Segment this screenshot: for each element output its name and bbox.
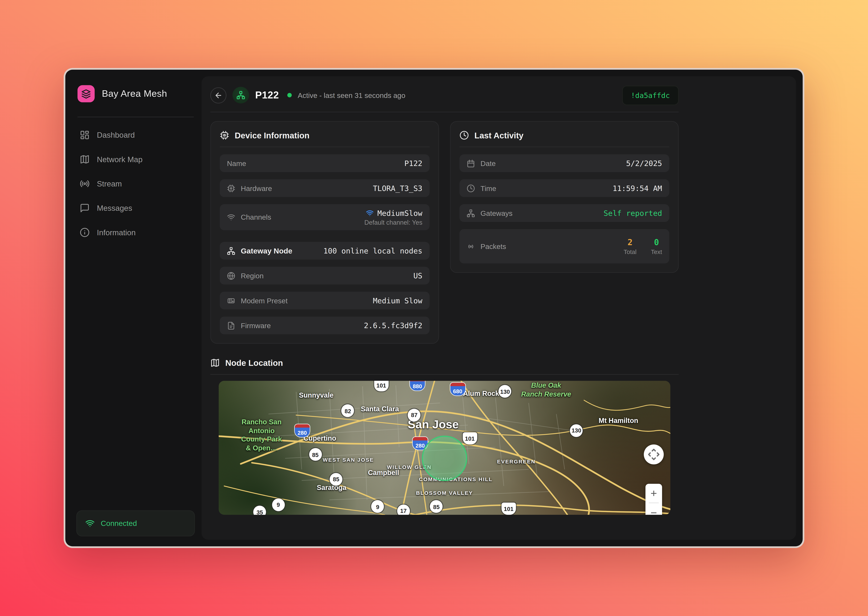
map-place-label: Sunnyvale <box>299 391 333 400</box>
hardware-label: Hardware <box>227 184 272 192</box>
road-shield-85: 85 <box>330 473 342 486</box>
modem-preset-row: Modem Preset Medium Slow <box>220 292 430 310</box>
gateways-row: Gateways Self reported <box>460 204 669 222</box>
sidebar-item-dashboard[interactable]: Dashboard <box>76 123 195 147</box>
gateways-label: Gateways <box>467 209 512 217</box>
map-district-label: BLOSSOM VALLEY <box>416 490 473 497</box>
map-place-label: Campbell <box>368 469 399 478</box>
network-node-icon <box>237 91 245 99</box>
radio-icon <box>467 242 475 250</box>
region-row: Region US <box>220 267 430 284</box>
map-place-label: Rancho San Antonio County Park & Open… <box>241 418 282 453</box>
cpu-icon <box>220 130 229 140</box>
active-status-dot <box>287 93 292 97</box>
arrow-left-icon <box>214 91 223 99</box>
packets-row: Packets 2 Total 0 Text <box>460 229 669 264</box>
road-shield-880: 880 <box>410 381 425 390</box>
sitemap-icon <box>467 209 475 217</box>
satellite-map[interactable]: SunnyvaleSanta ClaraSan JoseAlum RockBlu… <box>219 381 670 515</box>
road-shield-85: 85 <box>430 500 443 513</box>
sidebar-item-stream[interactable]: Stream <box>76 171 195 196</box>
back-button[interactable] <box>210 87 226 103</box>
sidebar-item-label: Information <box>97 228 136 237</box>
road-shield-680: 680 <box>450 382 465 395</box>
time-row: Time 11:59:54 AM <box>460 179 669 197</box>
road-shield-87: 87 <box>408 409 421 421</box>
desktop-background: Bay Area Mesh Dashboard Network Map Str <box>0 5 868 610</box>
map-district-label: EVERGREEN <box>497 459 535 465</box>
clock-icon <box>460 130 469 140</box>
node-header: P122 Active - last seen 31 seconds ago !… <box>210 85 679 105</box>
packets-text-value: 0 <box>654 237 659 247</box>
calendar-icon <box>467 159 475 167</box>
name-label: Name <box>227 159 246 167</box>
packets-total-value: 2 <box>628 237 633 247</box>
road-shield-9: 9 <box>371 500 384 513</box>
packets-total-caption: Total <box>623 248 636 255</box>
device-information-card: Device Information Name P122 Hardw <box>210 121 439 344</box>
node-status-text: Active - last seen 31 seconds ago <box>298 91 405 99</box>
road-shield-280: 280 <box>295 424 310 437</box>
node-name: P122 <box>255 89 279 101</box>
region-label: Region <box>227 272 264 280</box>
app-logo-row: Bay Area Mesh <box>76 81 195 107</box>
wifi-icon <box>85 519 95 528</box>
message-icon <box>80 203 89 213</box>
modem-preset-icon <box>227 296 235 305</box>
road-shield-101: 101 <box>502 503 516 515</box>
sidebar-item-messages[interactable]: Messages <box>76 196 195 220</box>
hardware-value: TLORA_T3_S3 <box>373 184 422 193</box>
packets-text-stat: 0 Text <box>651 237 662 255</box>
hardware-row: Hardware TLORA_T3_S3 <box>220 179 430 197</box>
road-shield-130: 130 <box>570 424 583 437</box>
map-place-label: Mt Hamilton <box>598 417 638 425</box>
card-title-text: Device Information <box>235 130 309 140</box>
sidebar-item-label: Dashboard <box>97 130 135 140</box>
globe-icon <box>227 272 235 280</box>
file-icon <box>227 321 235 330</box>
info-icon <box>80 228 89 237</box>
channels-row: Channels MediumSlow Default channel: Yes <box>220 204 430 230</box>
road-shield-101: 101 <box>463 432 477 445</box>
app-window: Bay Area Mesh Dashboard Network Map Str <box>64 68 804 548</box>
sitemap-icon <box>227 247 235 255</box>
sidebar-item-label: Messages <box>97 204 132 212</box>
gateway-node-value: 100 online local nodes <box>323 246 422 255</box>
sidebar-divider <box>77 117 194 117</box>
gateway-node-row: Gateway Node 100 online local nodes <box>220 242 430 259</box>
device-information-title: Device Information <box>220 130 430 147</box>
node-location-divider <box>210 374 679 375</box>
zoom-out-button[interactable]: − <box>645 503 662 515</box>
sidebar-item-network-map[interactable]: Network Map <box>76 147 195 171</box>
radio-icon <box>80 179 89 189</box>
wifi-icon <box>227 213 235 222</box>
node-id-badge[interactable]: !da5affdc <box>622 85 679 105</box>
road-shield-35: 35 <box>253 506 266 515</box>
last-activity-title: Last Activity <box>460 130 669 147</box>
firmware-row: Firmware 2.6.5.fc3d9f2 <box>220 316 430 334</box>
firmware-label: Firmware <box>227 321 271 330</box>
default-channel-note: Default channel: Yes <box>364 219 422 226</box>
node-location-circle <box>422 436 467 481</box>
sidebar: Bay Area Mesh Dashboard Network Map Str <box>72 76 201 540</box>
sidebar-item-information[interactable]: Information <box>76 220 195 245</box>
header-divider <box>210 112 679 112</box>
map-district-label: WEST SAN JOSE <box>323 457 374 463</box>
app-name: Bay Area Mesh <box>102 88 167 99</box>
region-value: US <box>413 271 422 280</box>
chip-icon <box>227 184 235 192</box>
last-activity-card: Last Activity Date 5/2/2025 <box>450 121 679 273</box>
date-label: Date <box>467 159 496 167</box>
road-shield-17: 17 <box>397 504 410 515</box>
main-panel: P122 Active - last seen 31 seconds ago !… <box>202 76 796 540</box>
road-shield-85: 85 <box>309 448 322 461</box>
node-avatar <box>232 87 249 104</box>
map-pan-control[interactable] <box>644 445 664 464</box>
connection-status-label: Connected <box>101 519 137 528</box>
connection-status-badge: Connected <box>76 510 195 536</box>
map-zoom-control: + − <box>645 484 662 515</box>
packets-total-stat: 2 Total <box>623 237 636 255</box>
zoom-in-button[interactable]: + <box>645 484 662 503</box>
packets-text-caption: Text <box>651 248 662 255</box>
layers-logo-icon <box>77 85 95 102</box>
